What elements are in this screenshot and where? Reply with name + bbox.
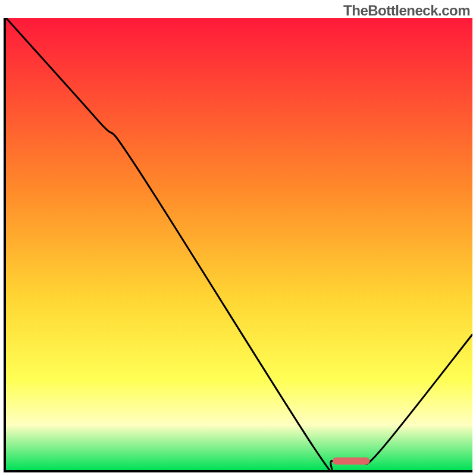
optimal-range-marker	[333, 458, 370, 465]
plot-area	[4, 18, 472, 472]
chart-svg	[6, 18, 472, 470]
watermark-text: TheBottleneck.com	[343, 2, 470, 19]
chart-container: TheBottleneck.com	[0, 0, 476, 476]
gradient-background	[6, 18, 472, 470]
